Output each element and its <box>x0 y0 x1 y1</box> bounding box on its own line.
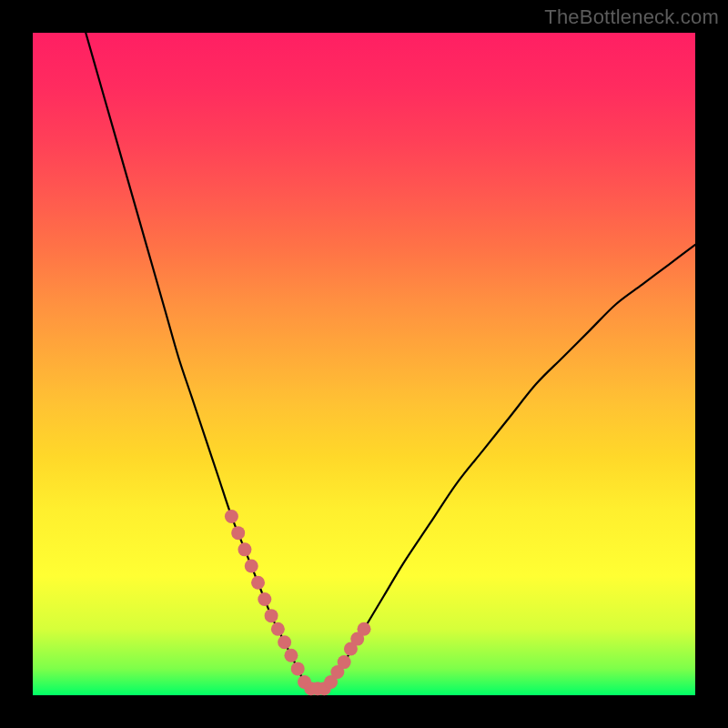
marker-dot <box>284 649 298 662</box>
marker-dot <box>291 662 305 675</box>
marker-dot <box>265 609 278 622</box>
marker-dot <box>251 576 265 590</box>
marker-dot <box>358 622 371 636</box>
marker-dot <box>338 655 351 669</box>
marker-dot <box>225 510 238 523</box>
marker-dot <box>231 526 245 540</box>
marker-dot <box>271 622 285 636</box>
marker-group <box>225 510 371 695</box>
marker-dot <box>258 592 271 606</box>
chart-frame: TheBottleneck.com <box>0 0 728 728</box>
marker-dot <box>278 635 291 649</box>
plot-area <box>33 33 695 695</box>
marker-dot <box>238 542 251 556</box>
marker-dot <box>245 560 258 573</box>
bottleneck-curve <box>86 33 695 689</box>
curve-layer <box>33 33 695 695</box>
watermark-text: TheBottleneck.com <box>544 5 719 29</box>
